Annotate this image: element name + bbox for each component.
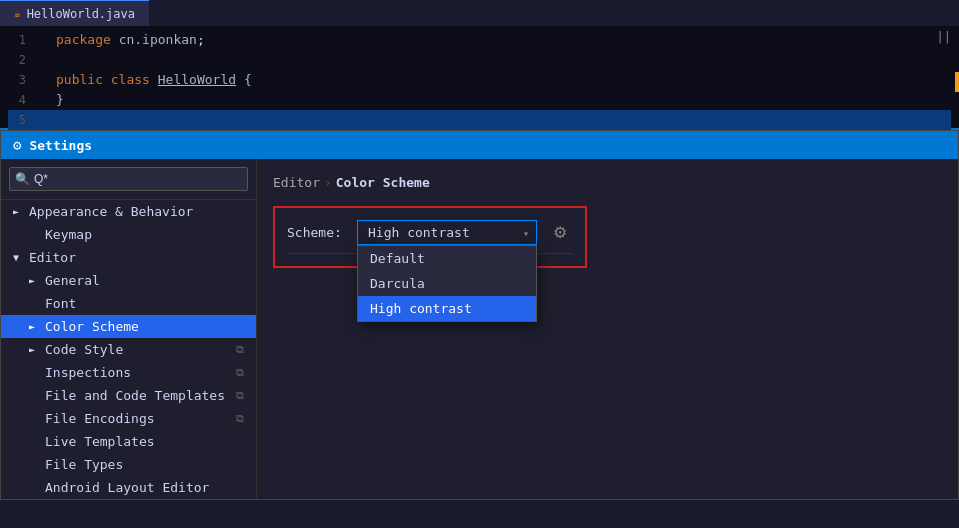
sidebar-item-label: Color Scheme <box>45 319 139 334</box>
search-box: 🔍 <box>1 159 256 200</box>
code-line-1: 1 package cn.iponkan; <box>8 30 951 50</box>
sidebar-item-label: Android Layout Editor <box>45 480 209 495</box>
sidebar-item-code-style[interactable]: ► Code Style ⧉ <box>1 338 256 361</box>
copy-icon: ⧉ <box>236 412 244 425</box>
scheme-dropdown-wrapper: High contrast ▾ Default Darcula High con… <box>357 220 537 245</box>
sidebar-item-font[interactable]: Font <box>1 292 256 315</box>
tab-bar: ☕ HelloWorld.java <box>0 0 959 26</box>
editor-tab[interactable]: ☕ HelloWorld.java <box>0 0 149 26</box>
tab-label: HelloWorld.java <box>27 7 135 21</box>
arrow-icon: ► <box>29 321 41 332</box>
copy-icon: ⧉ <box>236 343 244 356</box>
dropdown-value: High contrast <box>368 225 470 240</box>
breadcrumb: Editor › Color Scheme <box>273 175 942 190</box>
sidebar-item-label: File and Code Templates <box>45 388 225 403</box>
scroll-indicator <box>955 72 959 92</box>
sidebar-item-live-templates[interactable]: Live Templates <box>1 430 256 453</box>
settings-dialog: ⚙ Settings 🔍 ► Appearance & Behavior Key… <box>0 130 959 500</box>
scheme-label: Scheme: <box>287 225 347 240</box>
sidebar-item-label: Code Style <box>45 342 123 357</box>
settings-title-bar: ⚙ Settings <box>1 131 958 159</box>
editor-area: ☕ HelloWorld.java 1 package cn.iponkan; … <box>0 0 959 130</box>
sidebar-item-color-scheme[interactable]: ► Color Scheme <box>1 315 256 338</box>
search-icon: 🔍 <box>15 172 30 186</box>
sidebar-item-label: Inspections <box>45 365 131 380</box>
code-line-3: 3 public class HelloWorld { <box>8 70 951 90</box>
file-icon: ☕ <box>14 7 21 20</box>
sidebar-item-file-types[interactable]: File Types <box>1 453 256 476</box>
sidebar-item-label: Appearance & Behavior <box>29 204 193 219</box>
sidebar-item-label: General <box>45 273 100 288</box>
copy-icon: ⧉ <box>236 389 244 402</box>
sidebar-item-label: Keymap <box>45 227 92 242</box>
sidebar-item-editor[interactable]: ▼ Editor <box>1 246 256 269</box>
scheme-dropdown-popup: Default Darcula High contrast <box>357 245 537 322</box>
sidebar-item-label: File Types <box>45 457 123 472</box>
dropdown-option-darcula[interactable]: Darcula <box>358 271 536 296</box>
sidebar-item-file-encodings[interactable]: File Encodings ⧉ <box>1 407 256 430</box>
sidebar-item-android-layout-editor[interactable]: Android Layout Editor <box>1 476 256 499</box>
settings-icon: ⚙ <box>13 137 21 153</box>
breadcrumb-current: Color Scheme <box>336 175 430 190</box>
dropdown-option-high-contrast[interactable]: High contrast <box>358 296 536 321</box>
scheme-row: Scheme: High contrast ▾ Default Darcula … <box>287 220 573 245</box>
toolbar-right: || <box>937 30 951 44</box>
chevron-down-icon: ▾ <box>523 227 529 238</box>
sidebar-item-keymap[interactable]: Keymap <box>1 223 256 246</box>
arrow-icon: ► <box>29 275 41 286</box>
sidebar-item-label: File Encodings <box>45 411 155 426</box>
sidebar-item-file-code-templates[interactable]: File and Code Templates ⧉ <box>1 384 256 407</box>
scheme-dropdown[interactable]: High contrast <box>357 220 537 245</box>
arrow-icon: ► <box>29 344 41 355</box>
arrow-icon: ▼ <box>13 252 25 263</box>
dropdown-option-default[interactable]: Default <box>358 246 536 271</box>
breadcrumb-parent: Editor <box>273 175 320 190</box>
scheme-section: Scheme: High contrast ▾ Default Darcula … <box>273 206 587 268</box>
arrow-icon: ► <box>13 206 25 217</box>
sidebar-item-label: Live Templates <box>45 434 155 449</box>
settings-body: 🔍 ► Appearance & Behavior Keymap ▼ Edito… <box>1 159 958 499</box>
sidebar-item-label: Editor <box>29 250 76 265</box>
settings-title: Settings <box>29 138 92 153</box>
breadcrumb-separator: › <box>324 175 332 190</box>
code-line-2: 2 <box>8 50 951 70</box>
gear-button[interactable]: ⚙ <box>547 221 573 244</box>
sidebar-item-inspections[interactable]: Inspections ⧉ <box>1 361 256 384</box>
settings-main: Editor › Color Scheme Scheme: High contr… <box>257 159 958 499</box>
sidebar-item-general[interactable]: ► General <box>1 269 256 292</box>
settings-sidebar: 🔍 ► Appearance & Behavior Keymap ▼ Edito… <box>1 159 257 499</box>
sidebar-item-label: Font <box>45 296 76 311</box>
code-line-4: 4 } <box>8 90 951 110</box>
search-input[interactable] <box>9 167 248 191</box>
code-content: 1 package cn.iponkan; 2 3 public class H… <box>0 26 959 134</box>
code-line-5: 5 <box>8 110 951 130</box>
sidebar-item-appearance[interactable]: ► Appearance & Behavior <box>1 200 256 223</box>
copy-icon: ⧉ <box>236 366 244 379</box>
